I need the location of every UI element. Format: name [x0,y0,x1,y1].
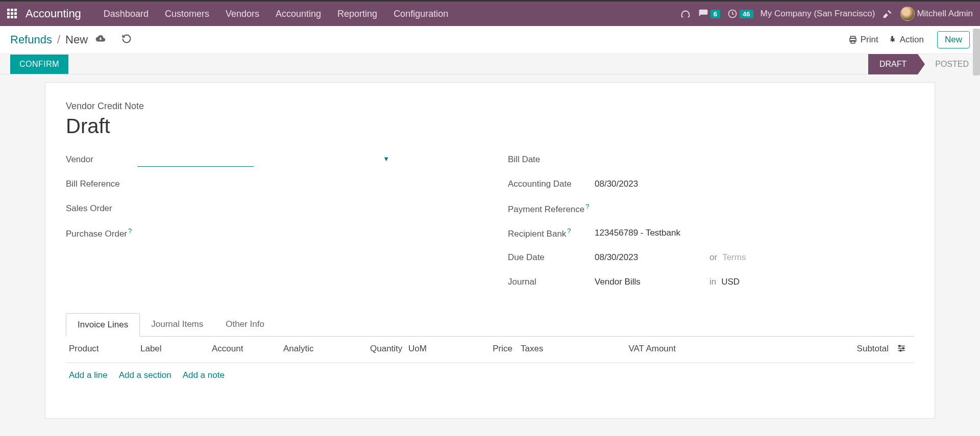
avatar [900,7,915,21]
tab-journal-items[interactable]: Journal Items [140,313,214,336]
nav-configuration[interactable]: Configuration [385,9,456,19]
support-icon[interactable] [680,8,691,19]
nav-vendors[interactable]: Vendors [217,9,267,19]
status-posted[interactable]: POSTED [918,54,980,74]
app-title[interactable]: Accounting [26,7,81,20]
billdate-label: Bill Date [508,155,595,165]
right-column: Bill Date Accounting Date08/30/2023 Paym… [508,152,914,299]
tools-icon[interactable] [882,8,893,19]
bank-value[interactable]: 123456789 - Testbank [595,228,680,238]
add-line-link[interactable]: Add a line [69,370,108,380]
duedate-value[interactable]: 08/30/2023 [595,252,704,263]
nav-accounting[interactable]: Accounting [267,9,329,19]
scrollbar[interactable] [973,29,980,75]
bank-label: Recipient Bank? [508,227,595,239]
journal-label: Journal [508,277,595,287]
col-quantity: Quantity [370,344,408,355]
purchaseorder-label: Purchase Order? [66,227,137,239]
user-name: Mitchell Admin [917,9,973,19]
col-analytic: Analytic [283,344,370,355]
or-text: or [709,252,717,263]
add-note-link[interactable]: Add a note [183,370,225,380]
svg-point-4 [899,345,900,347]
salesorder-label: Sales Order [66,203,137,214]
discard-icon[interactable] [121,34,132,46]
breadcrumb-root[interactable]: Refunds [10,33,52,46]
status-draft[interactable]: DRAFT [868,54,918,74]
breadcrumb-current: New [65,33,88,46]
new-button[interactable]: New [937,31,970,48]
help-icon[interactable]: ? [567,227,571,235]
add-section-link[interactable]: Add a section [119,370,172,380]
confirm-button[interactable]: CONFIRM [10,55,68,74]
header-row: Refunds / New Print Action New [0,26,980,54]
journal-value[interactable]: Vendor Bills [595,277,704,287]
payref-label: Payment Reference? [508,202,595,215]
help-icon[interactable]: ? [128,227,132,235]
save-cloud-icon[interactable] [95,33,106,47]
nav-customers[interactable]: Customers [157,9,217,19]
acctdate-value[interactable]: 08/30/2023 [595,179,638,189]
company-selector[interactable]: My Company (San Francisco) [761,9,875,19]
vendor-label: Vendor [66,155,137,165]
messages-badge: 6 [710,10,720,18]
activities-badge: 46 [740,10,753,18]
duedate-label: Due Date [508,252,595,263]
doc-title: Draft [66,115,914,138]
acctdate-label: Accounting Date [508,179,595,189]
col-taxes: Taxes [521,344,602,355]
col-uom: UoM [408,344,490,355]
chevron-down-icon[interactable]: ▼ [383,155,389,163]
action-row: CONFIRM DRAFT POSTED [0,54,980,74]
apps-icon[interactable] [7,9,17,19]
columns-options-icon[interactable] [897,344,911,355]
in-text: in [709,277,716,287]
main-sheet: Vendor Credit Note Draft Vendor ▼ Bill R… [45,82,935,419]
status-pills: DRAFT POSTED [868,54,980,74]
help-icon[interactable]: ? [585,202,589,210]
left-column: Vendor ▼ Bill Reference Sales Order Purc… [66,152,472,299]
nav-dashboard[interactable]: Dashboard [95,9,157,19]
col-subtotal: Subtotal [684,344,897,355]
breadcrumb-sep: / [57,33,60,46]
col-price: Price [490,344,521,355]
print-button[interactable]: Print [848,35,878,45]
nav-reporting[interactable]: Reporting [329,9,385,19]
col-product: Product [69,344,140,355]
user-menu[interactable]: Mitchell Admin [900,7,973,21]
col-vat: VAT Amount [602,344,684,355]
doc-type: Vendor Credit Note [66,101,914,112]
tabs: Invoice Lines Journal Items Other Info [66,313,914,337]
action-button[interactable]: Action [888,35,924,45]
tab-invoice-lines[interactable]: Invoice Lines [66,313,140,337]
vendor-input[interactable] [137,153,254,167]
svg-point-6 [900,350,901,351]
breadcrumb: Refunds / New [10,33,132,47]
topbar: Accounting Dashboard Customers Vendors A… [0,2,980,26]
messages-button[interactable]: 6 [698,9,720,19]
currency-value[interactable]: USD [721,277,740,287]
terms-input[interactable]: Terms [722,252,746,263]
col-account: Account [212,344,283,355]
table-header: Product Label Account Analytic Quantity … [66,337,914,363]
billref-label: Bill Reference [66,179,137,189]
svg-point-5 [902,348,904,349]
col-label: Label [140,344,212,355]
tab-other-info[interactable]: Other Info [214,313,276,336]
activities-button[interactable]: 46 [727,9,753,19]
table-body: Add a line Add a section Add a note [66,363,914,388]
